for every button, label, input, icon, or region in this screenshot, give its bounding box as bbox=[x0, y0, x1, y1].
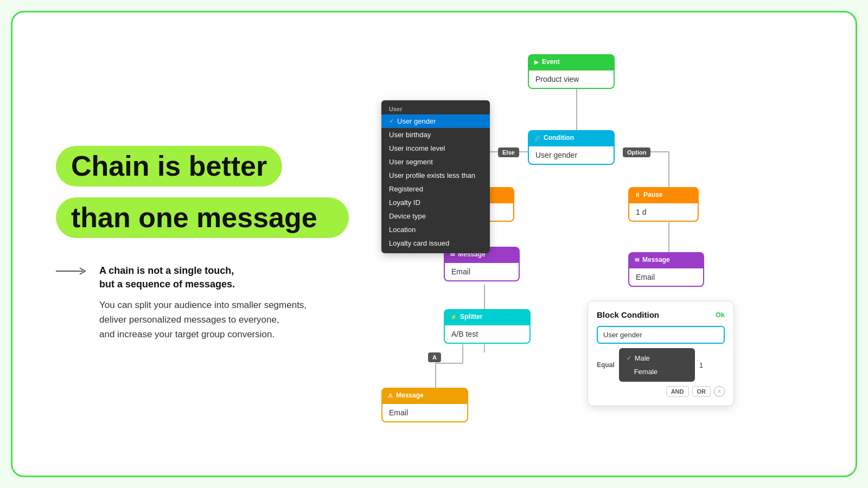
arrow-icon bbox=[56, 266, 88, 276]
splitter-body: A/B test bbox=[444, 324, 531, 344]
condition-node[interactable]: Condition User gender bbox=[528, 130, 615, 165]
left-panel: Chain is better than one message A chain… bbox=[12, 113, 381, 374]
splitter-label: Splitter bbox=[460, 313, 482, 320]
message-warn-node[interactable]: Message Email bbox=[381, 388, 468, 422]
message2-body: Email bbox=[628, 267, 704, 287]
cond-icon bbox=[534, 134, 540, 142]
bc-ok-button[interactable]: Ok bbox=[716, 311, 725, 319]
message-warn-header: Message bbox=[381, 388, 468, 403]
message-warn-value: Email bbox=[389, 408, 408, 417]
dropdown-item-user-profile[interactable]: User profile exists less than bbox=[381, 169, 490, 182]
bc-option-male[interactable]: ✓ Male bbox=[619, 351, 695, 365]
pause2-value: 1 d bbox=[636, 208, 646, 216]
message1-value: Email bbox=[451, 267, 470, 276]
message2-label: Message bbox=[642, 256, 670, 264]
pause2-icon bbox=[635, 191, 640, 198]
headline-line2: than one message bbox=[71, 202, 317, 233]
bc-operator: Equal bbox=[597, 361, 615, 369]
splitter-header: Splitter bbox=[444, 309, 531, 324]
check-icon: ✓ bbox=[389, 118, 394, 125]
and-button[interactable]: AND bbox=[666, 386, 689, 397]
splitter-value: A/B test bbox=[451, 330, 478, 338]
else-badge: Else bbox=[498, 147, 519, 157]
condition-node-header: Condition bbox=[528, 130, 615, 145]
bc-logic-row: AND OR × bbox=[597, 386, 725, 397]
sub-text-block: A chain is not a single touch,but a sequ… bbox=[99, 264, 307, 342]
dropdown-item-loyalty-card[interactable]: Loyalty card issued bbox=[381, 236, 490, 250]
pause2-label: Pause bbox=[643, 191, 662, 198]
dropdown-menu[interactable]: User ✓ User gender User birthday User in… bbox=[381, 100, 490, 253]
bc-header: Block Condition Ok bbox=[597, 310, 725, 319]
message-warn-body: Email bbox=[381, 403, 468, 422]
bc-operator-row: Equal ✓ Male Female 1 bbox=[597, 348, 725, 382]
or-button[interactable]: OR bbox=[692, 386, 711, 397]
close-button[interactable]: × bbox=[714, 386, 725, 397]
event-label: Event bbox=[542, 58, 560, 66]
pause2-body: 1 d bbox=[628, 202, 699, 222]
right-panel: Event Product view Condition User gender… bbox=[381, 11, 856, 477]
bc-field-input[interactable] bbox=[597, 326, 725, 344]
message1-body: Email bbox=[444, 262, 520, 281]
dropdown-item-registered[interactable]: Registered bbox=[381, 182, 490, 196]
dropdown-item-user-gender[interactable]: ✓ User gender bbox=[381, 114, 490, 128]
event-node[interactable]: Event Product view bbox=[528, 54, 615, 89]
event-node-body: Product view bbox=[528, 69, 615, 89]
dropdown-label: User bbox=[381, 104, 490, 114]
dropdown-item-loyalty-id[interactable]: Loyalty ID bbox=[381, 196, 490, 209]
headline-pill-1: Chain is better bbox=[56, 146, 282, 187]
headline-line1: Chain is better bbox=[71, 150, 267, 182]
condition-label: Condition bbox=[544, 134, 574, 142]
option-badge: Option bbox=[623, 147, 650, 157]
pause2-header: Pause bbox=[628, 187, 699, 202]
condition-node-body: User gender bbox=[528, 145, 615, 165]
bc-options-dropdown[interactable]: ✓ Male Female bbox=[619, 348, 695, 382]
bc-option-female[interactable]: Female bbox=[619, 365, 695, 378]
pause2-node[interactable]: Pause 1 d bbox=[628, 187, 699, 222]
event-node-header: Event bbox=[528, 54, 615, 69]
message2-node[interactable]: Message Email bbox=[628, 252, 704, 287]
event-value: Product view bbox=[535, 75, 579, 84]
sub-section: A chain is not a single touch,but a sequ… bbox=[56, 264, 349, 342]
dropdown-item-device-type[interactable]: Device type bbox=[381, 209, 490, 223]
splitter-node[interactable]: Splitter A/B test bbox=[444, 309, 531, 344]
dropdown-item-location[interactable]: Location bbox=[381, 223, 490, 236]
flow-canvas: Event Product view Condition User gender… bbox=[414, 43, 857, 445]
dropdown-item-user-income[interactable]: User income level bbox=[381, 142, 490, 155]
sub-regular: You can split your audience into smaller… bbox=[99, 298, 307, 342]
headline-pill-2: than one message bbox=[56, 197, 349, 238]
warn-icon bbox=[388, 391, 393, 399]
sub-bold: A chain is not a single touch,but a sequ… bbox=[99, 264, 307, 291]
check-male-icon: ✓ bbox=[627, 355, 631, 362]
bc-title: Block Condition bbox=[597, 310, 659, 319]
message-warn-label: Message bbox=[396, 391, 424, 399]
msg2-icon bbox=[635, 256, 639, 264]
split-icon bbox=[450, 313, 457, 320]
message2-value: Email bbox=[636, 273, 655, 281]
message2-header: Message bbox=[628, 252, 704, 267]
dropdown-item-user-birthday[interactable]: User birthday bbox=[381, 128, 490, 142]
dropdown-item-user-segment[interactable]: User segment bbox=[381, 155, 490, 169]
play-icon bbox=[534, 58, 539, 66]
condition-value: User gender bbox=[535, 151, 577, 159]
bc-number: 1 bbox=[699, 361, 703, 369]
outer-frame: Chain is better than one message A chain… bbox=[11, 11, 857, 477]
a-badge: A bbox=[428, 352, 441, 362]
block-condition-panel: Block Condition Ok Equal ✓ Male Female bbox=[588, 301, 734, 406]
